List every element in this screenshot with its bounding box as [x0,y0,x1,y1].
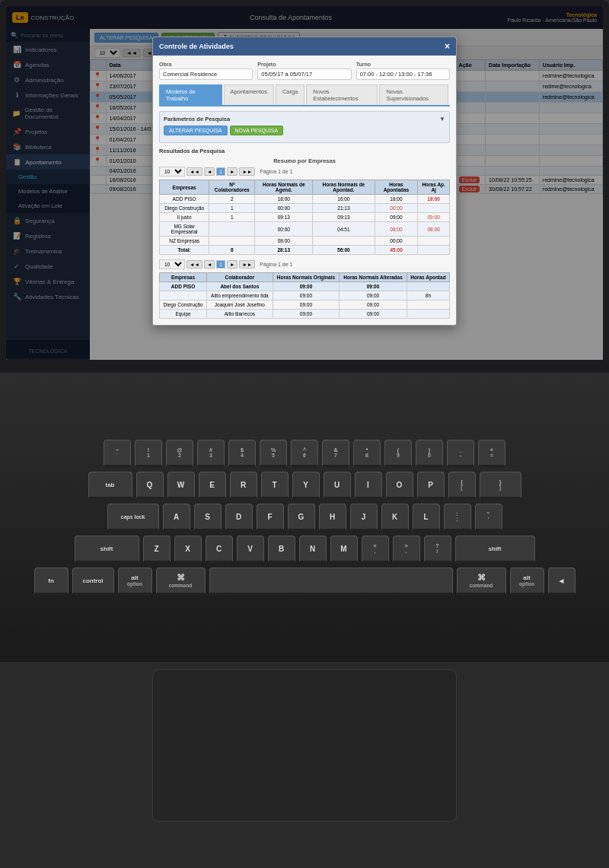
summary-title-text: Resumo por Empresas [273,157,336,164]
tab-apontamentos[interactable]: Apontamentos [224,84,274,105]
summary-row: ADD PISO218:0016:0018:0018:00 [160,195,450,204]
key-l[interactable]: L [413,504,440,531]
key-bracket-close[interactable]: }] [480,472,521,499]
key-alt-left[interactable]: alt option [118,568,152,595]
key-c[interactable]: C [206,536,233,563]
key-fn[interactable]: fn [34,568,69,595]
key-v[interactable]: V [237,536,264,563]
key-f[interactable]: F [257,504,284,531]
summary-next-next[interactable]: ►► [239,167,255,176]
key-4[interactable]: $4 [228,440,256,467]
key-semicolon[interactable]: :; [444,504,471,531]
key-2[interactable]: @2 [166,440,193,467]
projeto-label: Projeto [257,62,351,67]
key-shift-left[interactable]: shift [75,536,139,563]
detail-next[interactable]: ► [227,260,238,269]
detail-next-next[interactable]: ►► [239,260,255,269]
key-s[interactable]: S [194,504,222,531]
key-minus[interactable]: _- [447,440,474,467]
key-d[interactable]: D [225,504,253,531]
modal-alter-btn[interactable]: ALTERAR PESQUISA [164,126,228,135]
key-cmd-right[interactable]: ⌘ command [457,568,506,595]
key-shift-right[interactable]: shift [455,536,535,563]
detail-prev[interactable]: ◄ [204,260,215,269]
key-h[interactable]: H [319,504,346,531]
tab-carga[interactable]: Carga [276,84,304,105]
modal-close-button[interactable]: × [445,41,450,52]
keyboard-row-zxcv: shift Z X C V B N M <, >. ?/ shift [75,536,535,563]
key-comma[interactable]: <, [362,536,389,563]
summary-col-colab: Nº Colaboradores [209,180,255,195]
key-g[interactable]: G [288,504,315,531]
key-control[interactable]: control [72,568,114,595]
collapse-icon[interactable]: ▼ [439,116,445,122]
summary-per-page[interactable]: 10 [159,167,185,176]
summary-pagination: 10 ◄◄ ◄ 1 ► ►► Página 1 de 1 [159,167,450,176]
touchpad[interactable] [152,669,457,822]
keyboard-row-asdf: caps lock A S D F G H J K L :; "' [107,504,502,531]
key-quote[interactable]: "' [475,504,502,531]
detail-row: Ailto empreendimento ltda09:0009:008h [160,291,450,300]
key-capslock[interactable]: caps lock [107,504,159,531]
summary-row: MG Solar Empresarial00:0004:5108:0008:00 [160,222,450,237]
key-b[interactable]: B [268,536,295,563]
summary-prev-prev[interactable]: ◄◄ [187,167,202,176]
tab-carga-label: Carga [282,88,298,95]
key-tilde[interactable]: ~` [104,440,131,467]
key-x[interactable]: X [174,536,202,563]
key-i[interactable]: I [355,472,382,499]
key-w[interactable]: W [167,472,195,499]
summary-col-h-aj: Horas Ap. Aj [418,180,450,195]
key-slash[interactable]: ?/ [424,536,451,563]
key-a[interactable]: A [163,504,190,531]
key-alt-right[interactable]: alt option [510,568,544,595]
detail-per-page[interactable]: 10 [159,259,185,269]
key-bracket-open[interactable]: {[ [448,472,476,499]
summary-row: Il justo109:1309:1309:0009:00 [160,213,450,222]
key-n[interactable]: N [299,536,327,563]
key-m[interactable]: M [330,536,358,563]
summary-next[interactable]: ► [227,167,238,176]
detail-prev-prev[interactable]: ◄◄ [187,260,202,269]
key-period[interactable]: >. [393,536,420,563]
screen-content: Le CONSTRUÇÃO Consulta de Apontamentos T… [6,6,603,360]
tab-novas-supervisionados[interactable]: Novas Supervisionados [379,84,448,105]
key-arrow-left[interactable]: ◄ [548,568,576,595]
laptop-shell: Le CONSTRUÇÃO Consulta de Apontamentos T… [0,0,609,868]
key-space[interactable] [209,568,453,595]
key-y[interactable]: Y [292,472,320,499]
detail-page-info: Página 1 de 1 [260,262,292,267]
key-3[interactable]: #3 [197,440,225,467]
key-q[interactable]: Q [136,472,164,499]
key-k[interactable]: K [381,504,409,531]
keyboard-row-qwerty: tab Q W E R T Y U I O P {[ }] [88,472,521,499]
key-cmd-left[interactable]: ⌘ command [156,568,206,595]
summary-heading: Resumo por Empresas [159,157,450,164]
detail-page-1[interactable]: 1 [216,260,225,269]
key-r[interactable]: R [230,472,257,499]
key-0[interactable]: )0 [416,440,443,467]
key-5[interactable]: %5 [260,440,287,467]
key-p[interactable]: P [417,472,445,499]
key-6[interactable]: ^6 [291,440,318,467]
summary-col-hn-apontad: Horas Normais de Apontad. [313,180,375,195]
key-j[interactable]: J [350,504,378,531]
modal-nova-btn[interactable]: NOVA PESQUISA [230,126,284,135]
summary-page-1[interactable]: 1 [216,167,225,176]
key-u[interactable]: U [324,472,351,499]
tab-novos-estabelecimentos[interactable]: Novos Estabelecimentos [306,84,378,105]
key-7[interactable]: &7 [322,440,349,467]
key-tab[interactable]: tab [88,472,132,499]
key-9[interactable]: (9 [384,440,412,467]
tab-modelos-trabalho[interactable]: Modelos de Trabalho [159,84,222,105]
params-title: Parâmetros de Pesquisa ▼ [164,116,445,122]
key-o[interactable]: O [386,472,413,499]
key-8[interactable]: *8 [353,440,381,467]
key-1[interactable]: !1 [135,440,162,467]
key-t[interactable]: T [261,472,289,499]
key-z[interactable]: Z [143,536,171,563]
key-e[interactable]: E [199,472,226,499]
summary-prev[interactable]: ◄ [204,167,215,176]
detail-col-hn-orig: Horas Normais Originais [273,273,339,282]
key-equals[interactable]: += [478,440,505,467]
